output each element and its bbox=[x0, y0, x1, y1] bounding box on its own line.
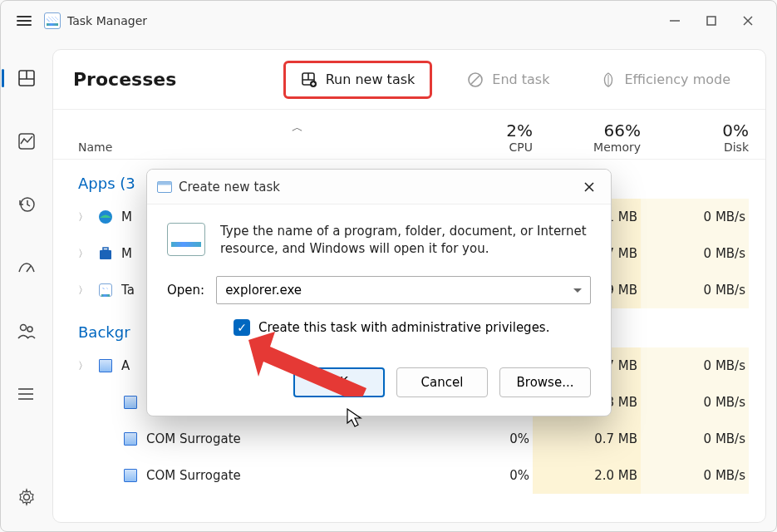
window-controls bbox=[668, 14, 770, 27]
titlebar: Task Manager bbox=[1, 1, 776, 41]
svg-point-10 bbox=[21, 325, 27, 331]
run-new-task-button[interactable]: Run new task bbox=[283, 61, 433, 99]
table-row[interactable]: 〉 COM Surrogate 0% 0.7 MB 0 MB/s bbox=[53, 421, 765, 457]
run-task-icon bbox=[301, 71, 317, 88]
admin-privileges-checkbox[interactable]: ✓ bbox=[234, 319, 250, 336]
table-row[interactable]: 〉 COM Surrogate 0% 2.0 MB 0 MB/s bbox=[53, 457, 765, 494]
hamburger-menu-button[interactable] bbox=[7, 4, 41, 37]
chevron-right-icon[interactable]: 〉 bbox=[78, 359, 93, 373]
chevron-right-icon[interactable]: 〉 bbox=[78, 283, 93, 298]
performance-icon bbox=[17, 132, 36, 150]
task-manager-proc-icon bbox=[96, 281, 115, 299]
maximize-button[interactable] bbox=[705, 14, 718, 27]
efficiency-mode-label: Efficiency mode bbox=[624, 71, 730, 87]
task-manager-icon bbox=[44, 12, 61, 29]
svg-line-9 bbox=[27, 266, 31, 272]
dialog-title: Create new task bbox=[179, 180, 280, 195]
sidebar-item-processes[interactable] bbox=[9, 61, 44, 96]
dialog-description: Type the name of a program, folder, docu… bbox=[220, 223, 591, 258]
run-new-task-label: Run new task bbox=[326, 71, 416, 87]
sidebar-item-performance[interactable] bbox=[9, 124, 44, 159]
column-name[interactable]: Name bbox=[78, 140, 425, 154]
svg-rect-32 bbox=[158, 181, 172, 185]
app-title: Task Manager bbox=[67, 14, 147, 27]
sort-arrow-icon[interactable]: ︿ bbox=[292, 121, 303, 135]
open-label: Open: bbox=[167, 283, 204, 298]
open-value: explorer.exe bbox=[225, 283, 302, 298]
end-task-label: End task bbox=[492, 71, 549, 87]
svg-point-11 bbox=[27, 327, 32, 332]
store-icon bbox=[96, 244, 115, 263]
toolbar: Processes Run new task End task Efficien… bbox=[53, 50, 765, 110]
open-combobox[interactable]: explorer.exe bbox=[216, 276, 591, 304]
end-task-icon bbox=[467, 71, 484, 88]
svg-point-15 bbox=[18, 388, 20, 390]
svg-line-26 bbox=[471, 76, 479, 84]
process-icon bbox=[96, 357, 115, 375]
sidebar-item-users[interactable] bbox=[9, 313, 44, 348]
run-dialog-icon bbox=[157, 181, 172, 193]
svg-point-16 bbox=[18, 393, 20, 395]
svg-point-17 bbox=[18, 398, 20, 400]
chevron-right-icon[interactable]: 〉 bbox=[78, 247, 93, 261]
process-icon bbox=[121, 430, 140, 448]
end-task-button[interactable]: End task bbox=[452, 63, 564, 96]
run-large-icon bbox=[167, 223, 205, 256]
startup-icon bbox=[17, 259, 37, 277]
edge-icon bbox=[96, 208, 115, 226]
sidebar bbox=[1, 41, 52, 531]
svg-point-18 bbox=[24, 495, 30, 500]
settings-icon bbox=[17, 488, 36, 506]
column-memory[interactable]: 66% Memory bbox=[533, 121, 641, 154]
create-new-task-dialog: Create new task Type the name of a progr… bbox=[146, 169, 612, 416]
minimize-button[interactable] bbox=[668, 14, 681, 27]
dialog-titlebar[interactable]: Create new task bbox=[147, 170, 611, 204]
sidebar-item-startup[interactable] bbox=[9, 250, 44, 285]
svg-rect-29 bbox=[100, 250, 111, 259]
column-disk[interactable]: 0% Disk bbox=[641, 121, 749, 154]
history-icon bbox=[17, 195, 36, 214]
efficiency-icon bbox=[599, 71, 616, 88]
svg-rect-30 bbox=[103, 248, 108, 250]
table-header: ︿ Name 2% CPU 66% Memory 0% Disk bbox=[53, 110, 765, 160]
processes-icon bbox=[17, 69, 36, 87]
sidebar-item-app-history[interactable] bbox=[9, 187, 44, 222]
sidebar-item-details[interactable] bbox=[9, 377, 44, 411]
process-icon bbox=[121, 466, 140, 485]
column-cpu[interactable]: 2% CPU bbox=[425, 121, 533, 154]
svg-rect-1 bbox=[707, 17, 716, 25]
efficiency-mode-button[interactable]: Efficiency mode bbox=[584, 63, 745, 96]
sidebar-item-settings[interactable] bbox=[9, 480, 44, 515]
ok-button[interactable]: OK bbox=[293, 367, 385, 397]
page-title: Processes bbox=[73, 69, 176, 90]
dialog-close-button[interactable] bbox=[578, 175, 601, 199]
users-icon bbox=[17, 322, 37, 340]
browse-button[interactable]: Browse... bbox=[499, 367, 591, 397]
cancel-button[interactable]: Cancel bbox=[396, 367, 488, 397]
details-icon bbox=[17, 385, 36, 403]
close-button[interactable] bbox=[741, 14, 755, 27]
process-icon bbox=[121, 393, 140, 411]
hamburger-icon bbox=[17, 16, 32, 26]
admin-privileges-label: Create this task with administrative pri… bbox=[258, 320, 549, 335]
chevron-right-icon[interactable]: 〉 bbox=[78, 210, 93, 224]
